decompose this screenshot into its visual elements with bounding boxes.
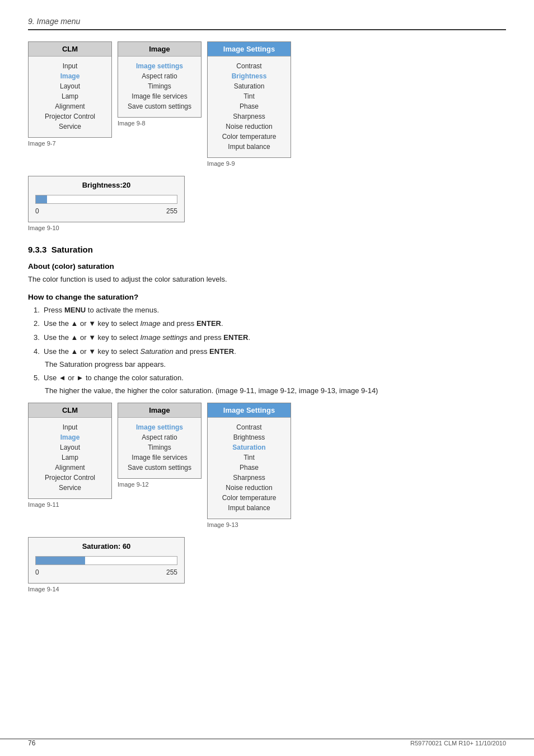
image-menu-title-bottom: Image — [118, 403, 201, 418]
page-header: 9. Image menu — [28, 17, 506, 30]
clm-item-layout: Layout — [29, 81, 111, 91]
step-1: 1. Press MENU to activate the menus. — [34, 305, 506, 316]
settings-item-sharpness: Sharpness — [208, 111, 291, 122]
brightness-fill — [36, 195, 47, 203]
clm-b-item-lamp: Lamp — [29, 452, 111, 463]
brightness-widget-container: Brightness:20 0 255 Image 9-10 — [28, 176, 506, 231]
saturation-widget-label: Image 9-14 — [28, 586, 506, 592]
settings-item-noise: Noise reduction — [208, 122, 291, 132]
section-title-text: Saturation — [51, 245, 93, 254]
section-num-text: 9.3.3 — [28, 245, 46, 254]
step-5-sub: The higher the value, the higher the col… — [45, 385, 506, 397]
clm-b-item-service: Service — [29, 483, 111, 493]
image-item-save: Save custom settings — [118, 101, 201, 111]
image-settings-title-bottom: Image Settings — [208, 403, 291, 418]
section-number: 9.3.3 Saturation — [28, 245, 506, 254]
clm-menu-title-top: CLM — [29, 42, 111, 57]
about-heading: About (color) saturation — [28, 262, 506, 270]
step-5: 5. Use ◄ or ► to change the color satura… — [34, 372, 506, 397]
settings-item-phase: Phase — [208, 101, 291, 111]
saturation-box: Saturation: 60 0 255 — [28, 537, 185, 584]
settings-item-saturation: Saturation — [208, 81, 291, 91]
footer-reference: R59770021 CLM R10+ 11/10/2010 — [410, 740, 506, 746]
clm-item-service: Service — [29, 122, 111, 132]
clm-b-item-layout: Layout — [29, 442, 111, 452]
step-4: 4. Use the ▲ or ▼ key to select Saturati… — [34, 346, 506, 371]
image-label-top: Image 9-8 — [118, 120, 202, 127]
bottom-menu-screenshots: CLM Input Image Layout Lamp Alignment Pr… — [28, 403, 506, 528]
settings-item-imput: Imput balance — [208, 142, 291, 152]
settings-item-color-temp: Color temperature — [208, 132, 291, 142]
brightness-labels: 0 255 — [35, 207, 177, 215]
image-b-item-settings: Image settings — [118, 422, 201, 432]
clm-b-item-input: Input — [29, 422, 111, 432]
image-settings-title-top: Image Settings — [208, 42, 291, 57]
step-list: 1. Press MENU to activate the menus. 2. … — [34, 305, 506, 398]
settings-b-item-tint: Tint — [208, 452, 291, 463]
saturation-widget-container: Saturation: 60 0 255 Image 9-14 — [28, 537, 506, 592]
settings-b-item-color-temp: Color temperature — [208, 493, 291, 503]
image-settings-label-top: Image 9-9 — [207, 160, 291, 167]
brightness-box: Brightness:20 0 255 — [28, 176, 185, 222]
image-screenshot-bottom: Image Image settings Aspect ratio Timing… — [118, 403, 202, 528]
clm-menu-box-top: CLM Input Image Layout Lamp Alignment Pr… — [28, 41, 112, 138]
brightness-min: 0 — [35, 207, 39, 215]
brightness-max: 255 — [166, 207, 177, 215]
saturation-min: 0 — [35, 568, 39, 576]
top-menu-screenshots: CLM Input Image Layout Lamp Alignment Pr… — [28, 41, 506, 167]
clm-label-bottom: Image 9-11 — [28, 501, 112, 508]
clm-b-item-image: Image — [29, 432, 111, 442]
settings-b-item-noise: Noise reduction — [208, 483, 291, 493]
clm-item-lamp: Lamp — [29, 91, 111, 101]
brightness-progress-bar — [35, 195, 177, 204]
clm-screenshot-bottom: CLM Input Image Layout Lamp Alignment Pr… — [28, 403, 112, 528]
settings-b-item-saturation: Saturation — [208, 442, 291, 452]
saturation-fill — [36, 557, 85, 564]
clm-screenshot-top: CLM Input Image Layout Lamp Alignment Pr… — [28, 41, 112, 167]
image-b-item-file: Image file services — [118, 452, 201, 463]
clm-b-item-alignment: Alignment — [29, 463, 111, 473]
image-menu-box-bottom: Image Image settings Aspect ratio Timing… — [118, 403, 202, 479]
clm-item-projector: Projector Control — [29, 111, 111, 122]
image-label-bottom: Image 9-12 — [118, 481, 202, 488]
clm-item-input: Input — [29, 61, 111, 71]
image-settings-box-top: Image Settings Contrast Brightness Satur… — [207, 41, 291, 158]
image-menu-box-top: Image Image settings Aspect ratio Timing… — [118, 41, 202, 118]
clm-menu-box-bottom: CLM Input Image Layout Lamp Alignment Pr… — [28, 403, 112, 499]
saturation-progress-bar — [35, 556, 177, 565]
settings-b-item-contrast: Contrast — [208, 422, 291, 432]
image-settings-label-bottom: Image 9-13 — [207, 521, 291, 528]
brightness-title: Brightness:20 — [35, 181, 177, 189]
settings-b-item-imput: Imput balance — [208, 503, 291, 513]
clm-item-alignment: Alignment — [29, 101, 111, 111]
image-item-aspect: Aspect ratio — [118, 71, 201, 81]
about-text: The color function is used to adjust the… — [28, 274, 506, 285]
clm-menu-title-bottom: CLM — [29, 403, 111, 418]
image-b-item-save: Save custom settings — [118, 463, 201, 473]
step-2: 2. Use the ▲ or ▼ key to select Image an… — [34, 318, 506, 330]
settings-b-item-phase: Phase — [208, 463, 291, 473]
settings-item-contrast: Contrast — [208, 61, 291, 71]
settings-b-item-sharpness: Sharpness — [208, 473, 291, 483]
image-item-timings: Timings — [118, 81, 201, 91]
clm-item-image-active: Image — [29, 71, 111, 81]
footer-page-number: 76 — [28, 739, 35, 747]
saturation-title: Saturation: 60 — [35, 542, 177, 550]
saturation-labels: 0 255 — [35, 568, 177, 576]
page-footer: 76 R59770021 CLM R10+ 11/10/2010 — [0, 739, 534, 747]
saturation-max: 255 — [166, 568, 177, 576]
brightness-widget-label: Image 9-10 — [28, 225, 506, 231]
image-settings-screenshot-bottom: Image Settings Contrast Brightness Satur… — [207, 403, 291, 528]
image-item-file: Image file services — [118, 91, 201, 101]
settings-item-tint: Tint — [208, 91, 291, 101]
step-3: 3. Use the ▲ or ▼ key to select Image se… — [34, 332, 506, 344]
image-screenshot-top: Image Image settings Aspect ratio Timing… — [118, 41, 202, 167]
image-settings-screenshot-top: Image Settings Contrast Brightness Satur… — [207, 41, 291, 167]
header-title: 9. Image menu — [28, 17, 80, 26]
clm-label-top: Image 9-7 — [28, 140, 112, 147]
image-item-settings: Image settings — [118, 61, 201, 71]
how-heading: How to change the saturation? — [28, 293, 506, 301]
step-4-sub: The Saturation progress bar appears. — [45, 359, 506, 371]
image-settings-box-bottom: Image Settings Contrast Brightness Satur… — [207, 403, 291, 519]
image-b-item-aspect: Aspect ratio — [118, 432, 201, 442]
